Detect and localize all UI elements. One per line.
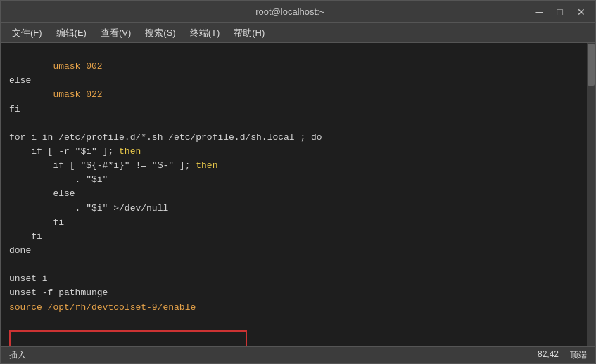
minimize-button[interactable]: ─ — [532, 5, 547, 19]
titlebar: root@localhost:~ ─ □ ✕ — [1, 1, 595, 23]
menubar: 文件(F) 编辑(E) 查看(V) 搜索(S) 终端(T) 帮助(H) — [1, 23, 595, 43]
statusbar: 插入 82,42 顶端 — [1, 346, 595, 363]
status-right: 82,42 顶端 — [538, 349, 587, 361]
menu-view[interactable]: 查看(V) — [95, 25, 137, 41]
scrollbar-thumb[interactable] — [588, 44, 595, 86]
code-display: umask 002 else umask 022 fi for i in /et… — [9, 46, 578, 346]
menu-search[interactable]: 搜索(S) — [139, 25, 181, 41]
window-title: root@localhost:~ — [49, 6, 532, 17]
scroll-position: 顶端 — [570, 349, 587, 361]
menu-help[interactable]: 帮助(H) — [228, 25, 270, 41]
window-controls: ─ □ ✕ — [532, 5, 590, 19]
close-button[interactable]: ✕ — [573, 5, 590, 19]
cursor-position: 82,42 — [538, 349, 559, 361]
terminal-window: root@localhost:~ ─ □ ✕ 文件(F) 编辑(E) 查看(V)… — [0, 0, 596, 364]
maximize-button[interactable]: □ — [553, 5, 567, 19]
menu-edit[interactable]: 编辑(E) — [51, 25, 92, 41]
scrollbar[interactable] — [587, 43, 595, 346]
menu-terminal[interactable]: 终端(T) — [184, 25, 226, 41]
content-area: umask 002 else umask 022 fi for i in /et… — [1, 43, 595, 346]
status-mode: 插入 — [9, 349, 26, 361]
menu-file[interactable]: 文件(F) — [6, 25, 48, 41]
terminal-content[interactable]: umask 002 else umask 022 fi for i in /et… — [1, 43, 587, 346]
